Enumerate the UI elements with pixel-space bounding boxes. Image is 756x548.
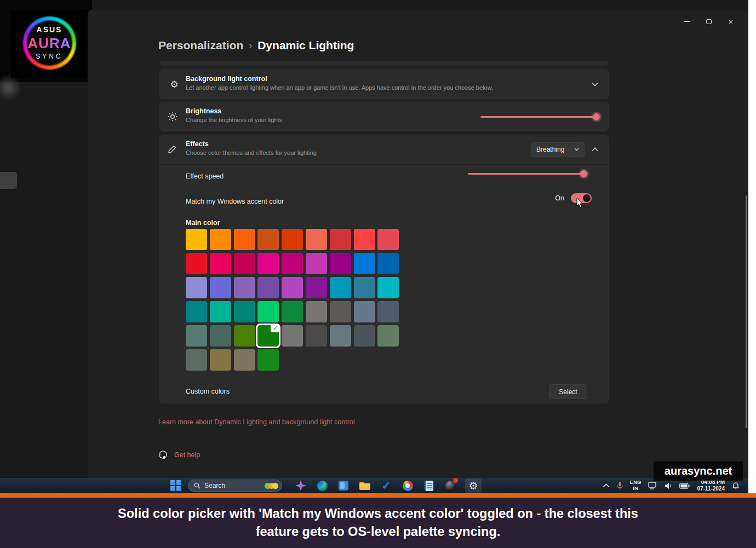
left-panel-artifact <box>0 172 17 189</box>
color-swatch[interactable] <box>282 301 303 322</box>
brightness-slider-thumb[interactable] <box>593 113 600 120</box>
settings-gear-icon: ⚙ <box>468 481 478 491</box>
language-indicator[interactable]: ENG IN <box>630 480 642 492</box>
color-swatch[interactable] <box>377 253 399 274</box>
minimize-button[interactable] <box>676 14 698 28</box>
effects-title: Effects <box>186 140 317 148</box>
color-swatch[interactable] <box>186 253 207 274</box>
orange-divider-bar <box>0 493 756 498</box>
color-swatch[interactable] <box>282 277 303 298</box>
color-swatch[interactable] <box>186 325 207 347</box>
color-swatch[interactable] <box>257 301 279 322</box>
effects-header-row[interactable]: Effects Choose color themes and effects … <box>160 135 608 164</box>
color-swatch[interactable] <box>377 301 399 322</box>
taskbar-app-store[interactable] <box>294 479 307 492</box>
divider <box>160 215 608 215</box>
get-help-icon <box>158 450 168 459</box>
chevron-down-icon[interactable] <box>592 82 598 86</box>
taskbar-app-game[interactable] <box>444 479 457 492</box>
color-swatch[interactable] <box>330 325 351 347</box>
color-swatch[interactable] <box>306 277 327 298</box>
color-swatch[interactable] <box>186 301 207 322</box>
color-swatch[interactable] <box>377 229 399 250</box>
taskbar-app-check[interactable]: ✓ <box>380 479 393 492</box>
custom-colors-select-button[interactable]: Select <box>549 384 587 399</box>
search-highlight-icon[interactable] <box>267 483 278 489</box>
color-swatch[interactable] <box>234 229 255 250</box>
dropdown-chevron-icon <box>574 148 579 151</box>
taskbar-app-blue[interactable] <box>337 479 350 492</box>
color-swatch[interactable] <box>210 301 231 322</box>
search-box[interactable]: Search <box>188 480 282 492</box>
color-swatch[interactable] <box>257 253 279 274</box>
color-swatch[interactable] <box>330 277 351 298</box>
color-swatch[interactable] <box>257 229 279 250</box>
watermark-text: aurasync.net <box>665 465 732 477</box>
color-swatch[interactable] <box>354 325 375 347</box>
color-swatch[interactable]: ✓ <box>257 325 279 347</box>
microphone-icon[interactable] <box>617 482 623 490</box>
color-swatch[interactable] <box>306 301 327 322</box>
color-swatch[interactable] <box>186 229 207 250</box>
color-swatch[interactable] <box>330 229 351 250</box>
color-swatch[interactable] <box>210 325 231 347</box>
color-swatch[interactable] <box>354 277 375 298</box>
color-swatch[interactable] <box>306 229 327 250</box>
color-swatch[interactable] <box>210 349 231 371</box>
color-swatch[interactable] <box>354 301 375 322</box>
brightness-title: Brightness <box>186 107 282 115</box>
color-swatch[interactable] <box>234 301 255 322</box>
color-swatch[interactable] <box>330 253 351 274</box>
color-swatch[interactable] <box>377 325 399 347</box>
background-light-control-description: Let another app control lighting when an… <box>186 84 493 91</box>
start-button[interactable] <box>170 480 181 491</box>
color-swatch[interactable] <box>186 349 207 371</box>
color-swatch[interactable] <box>210 253 231 274</box>
battery-icon[interactable] <box>679 483 690 489</box>
color-swatch[interactable] <box>186 277 207 298</box>
taskbar-app-edge[interactable] <box>316 479 329 492</box>
blue-app-icon <box>339 481 348 491</box>
color-swatch[interactable] <box>306 253 327 274</box>
color-swatch[interactable] <box>354 253 375 274</box>
color-swatch[interactable] <box>282 229 303 250</box>
taskbar-app-settings[interactable]: ⚙ <box>465 478 482 493</box>
taskbar-app-notepad[interactable] <box>422 479 436 492</box>
color-swatch[interactable] <box>306 325 327 347</box>
breadcrumb-personalization[interactable]: Personalization <box>158 39 243 52</box>
effect-speed-slider[interactable] <box>468 170 588 177</box>
color-swatch[interactable] <box>234 325 255 347</box>
taskbar-app-ball[interactable] <box>401 479 414 492</box>
brightness-slider[interactable] <box>480 113 601 120</box>
effects-dropdown[interactable]: Breathing <box>531 142 585 157</box>
color-swatch[interactable] <box>377 277 399 298</box>
color-swatch[interactable] <box>282 253 303 274</box>
clock[interactable]: 04:08 PM 07-11-2024 <box>697 479 725 493</box>
scrollbar[interactable] <box>746 195 747 428</box>
chevron-up-icon[interactable] <box>592 147 598 152</box>
close-button[interactable]: × <box>720 14 742 28</box>
color-swatch[interactable] <box>234 277 255 298</box>
color-swatch[interactable] <box>234 349 255 371</box>
maximize-button[interactable] <box>698 14 720 28</box>
logo-title: AURA <box>11 35 88 52</box>
learn-more-link[interactable]: Learn more about Dynamic Lighting and ba… <box>158 418 355 426</box>
taskbar-app-explorer[interactable] <box>358 479 371 492</box>
notification-bell-icon[interactable] <box>732 482 740 490</box>
effect-speed-slider-thumb[interactable] <box>580 170 587 177</box>
get-help-link[interactable]: Get help <box>174 451 200 459</box>
color-swatch[interactable] <box>282 325 303 347</box>
color-swatch[interactable] <box>257 349 279 371</box>
tray-chevron-up-icon[interactable] <box>603 483 610 488</box>
color-swatch[interactable] <box>210 229 231 250</box>
background-light-control-card[interactable]: ⚙ Background light control Let another a… <box>159 70 609 99</box>
color-swatch[interactable] <box>234 253 255 274</box>
color-swatch[interactable] <box>210 277 231 298</box>
color-swatch[interactable] <box>330 301 351 322</box>
minimize-icon <box>684 21 690 22</box>
color-swatch[interactable] <box>354 229 375 250</box>
match-accent-label: Match my Windows accent color <box>186 198 284 205</box>
color-swatch[interactable] <box>257 277 279 298</box>
speaker-icon[interactable] <box>665 482 672 489</box>
display-icon[interactable] <box>648 482 657 489</box>
